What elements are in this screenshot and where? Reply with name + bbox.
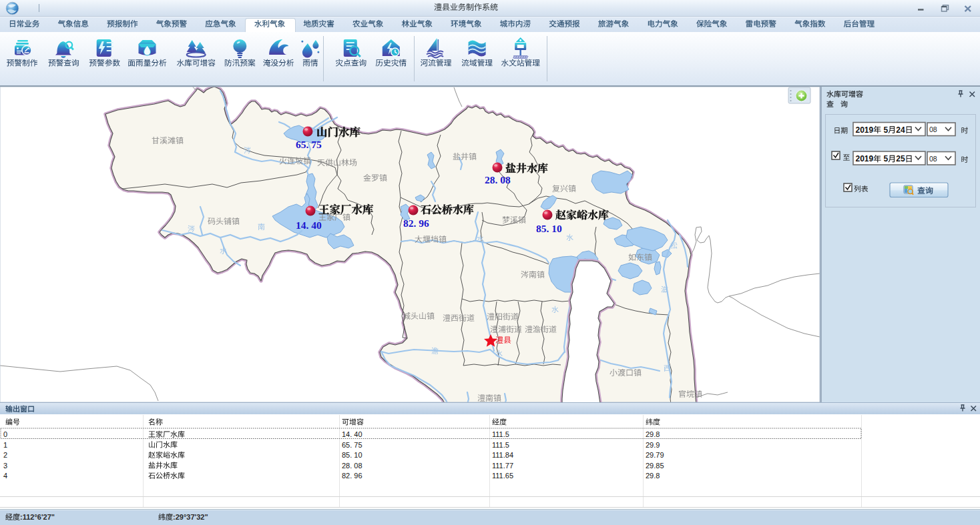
svg-text:24: 24	[896, 125, 905, 135]
svg-text:4: 4	[3, 472, 7, 480]
svg-text:29.8: 29.8	[646, 430, 660, 438]
svg-text:29.79: 29.79	[646, 451, 664, 459]
svg-text:111.5: 111.5	[492, 430, 509, 438]
svg-text:2019: 2019	[856, 125, 874, 135]
svg-text:111.84: 111.84	[492, 451, 513, 459]
svg-text:29.8: 29.8	[646, 472, 660, 480]
svg-text:65. 75: 65. 75	[342, 441, 362, 449]
svg-text:28. 08: 28. 08	[342, 462, 362, 470]
svg-text:08: 08	[929, 155, 937, 163]
svg-text:111.5: 111.5	[492, 441, 509, 449]
svg-text:5: 5	[884, 154, 889, 163]
svg-text:111.77: 111.77	[492, 462, 513, 470]
svg-text:29.9: 29.9	[646, 441, 660, 449]
svg-text:3: 3	[3, 462, 7, 470]
svg-text:111.65: 111.65	[492, 472, 513, 480]
svg-text:29.85: 29.85	[646, 462, 664, 470]
svg-text:5: 5	[884, 125, 889, 135]
svg-text:82. 96: 82. 96	[342, 472, 362, 480]
svg-text::112°6'27": :112°6'27"	[20, 513, 55, 521]
svg-text:08: 08	[929, 125, 937, 133]
svg-text:2019: 2019	[856, 154, 874, 163]
svg-text::29°37'32": :29°37'32"	[173, 513, 208, 521]
svg-text:1: 1	[3, 441, 7, 449]
svg-text:0: 0	[3, 430, 7, 438]
svg-text:2: 2	[3, 451, 7, 459]
svg-text:14. 40: 14. 40	[342, 430, 362, 438]
svg-text:25: 25	[896, 154, 905, 163]
svg-text:85. 10: 85. 10	[342, 451, 362, 459]
